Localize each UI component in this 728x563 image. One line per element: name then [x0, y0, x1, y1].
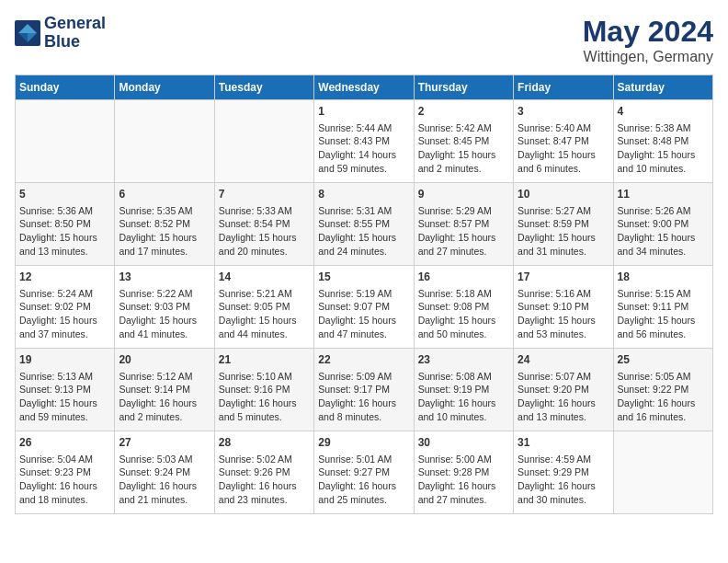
table-row: 11Sunrise: 5:26 AMSunset: 9:00 PMDayligh… [613, 183, 712, 266]
table-row [16, 100, 115, 183]
day-number: 6 [119, 187, 210, 202]
day-content: and 8 minutes. [318, 410, 409, 424]
day-content: and 6 minutes. [518, 162, 609, 176]
day-content: and 24 minutes. [318, 245, 409, 259]
day-content: Daylight: 14 hours [318, 148, 409, 162]
table-row: 1Sunrise: 5:44 AMSunset: 8:43 PMDaylight… [314, 100, 414, 183]
day-content: and 31 minutes. [518, 245, 609, 259]
day-content: and 50 minutes. [418, 327, 509, 341]
day-content: and 59 minutes. [318, 162, 409, 176]
day-content: Sunset: 8:47 PM [518, 134, 609, 148]
table-row: 7Sunrise: 5:33 AMSunset: 8:54 PMDaylight… [214, 183, 313, 266]
day-number: 26 [19, 435, 110, 451]
table-row: 6Sunrise: 5:35 AMSunset: 8:52 PMDaylight… [115, 183, 214, 266]
day-content: Sunrise: 5:33 AM [219, 204, 310, 218]
day-content: Sunrise: 5:21 AM [219, 287, 310, 301]
day-content: and 41 minutes. [119, 327, 210, 341]
calendar-subtitle: Wittingen, Germany [583, 49, 713, 65]
day-header-row: Sunday Monday Tuesday Wednesday Thursday… [16, 75, 713, 100]
table-row: 25Sunrise: 5:05 AMSunset: 9:22 PMDayligh… [613, 349, 712, 431]
day-number: 11 [618, 187, 709, 202]
table-row: 16Sunrise: 5:18 AMSunset: 9:08 PMDayligh… [414, 266, 513, 349]
day-content: Daylight: 15 hours [618, 231, 709, 245]
day-content: Sunset: 9:29 PM [518, 465, 609, 479]
day-number: 12 [19, 270, 110, 285]
day-number: 18 [618, 270, 709, 285]
day-content: and 34 minutes. [618, 245, 709, 259]
day-content: Sunset: 8:54 PM [219, 217, 310, 231]
day-content: Daylight: 15 hours [219, 231, 310, 245]
day-content: Daylight: 15 hours [418, 148, 509, 162]
day-content: Sunset: 9:02 PM [19, 300, 110, 314]
day-content: Sunset: 9:07 PM [318, 300, 409, 314]
table-row: 10Sunrise: 5:27 AMSunset: 8:59 PMDayligh… [514, 183, 613, 266]
table-row: 19Sunrise: 5:13 AMSunset: 9:13 PMDayligh… [16, 349, 115, 431]
header-sunday: Sunday [16, 75, 115, 100]
day-number: 9 [418, 187, 509, 202]
page-header: General Blue May 2024 Wittingen, Germany [15, 15, 713, 65]
day-content: Sunset: 9:03 PM [119, 300, 210, 314]
table-row: 21Sunrise: 5:10 AMSunset: 9:16 PMDayligh… [214, 349, 313, 431]
day-content: and 44 minutes. [219, 327, 310, 341]
calendar-week-row: 1Sunrise: 5:44 AMSunset: 8:43 PMDaylight… [16, 100, 713, 183]
day-content: Daylight: 15 hours [19, 231, 110, 245]
day-number: 14 [219, 270, 310, 285]
day-content: and 25 minutes. [318, 493, 409, 507]
title-block: May 2024 Wittingen, Germany [583, 15, 713, 65]
day-content: and 47 minutes. [318, 327, 409, 341]
day-number: 5 [19, 187, 110, 202]
day-content: Sunrise: 5:18 AM [418, 287, 509, 301]
day-number: 30 [418, 435, 509, 451]
table-row: 4Sunrise: 5:38 AMSunset: 8:48 PMDaylight… [613, 100, 712, 183]
day-content: Daylight: 15 hours [318, 314, 409, 327]
day-content: Sunrise: 5:03 AM [119, 453, 210, 466]
calendar-week-row: 19Sunrise: 5:13 AMSunset: 9:13 PMDayligh… [16, 349, 713, 431]
table-row: 14Sunrise: 5:21 AMSunset: 9:05 PMDayligh… [214, 266, 313, 349]
day-content: Sunset: 9:19 PM [418, 383, 509, 396]
day-content: Sunrise: 5:38 AM [618, 121, 709, 135]
day-content: Sunset: 8:55 PM [318, 217, 409, 231]
day-content: Daylight: 15 hours [119, 231, 210, 245]
day-content: Sunset: 9:20 PM [518, 383, 609, 396]
table-row: 15Sunrise: 5:19 AMSunset: 9:07 PMDayligh… [314, 266, 414, 349]
day-number: 25 [618, 352, 709, 368]
calendar-title: May 2024 [583, 15, 713, 49]
day-content: and 30 minutes. [518, 493, 609, 507]
day-content: Daylight: 15 hours [19, 314, 110, 327]
day-number: 24 [518, 352, 609, 368]
day-content: Daylight: 15 hours [19, 396, 110, 410]
table-row: 26Sunrise: 5:04 AMSunset: 9:23 PMDayligh… [16, 431, 115, 514]
day-content: and 10 minutes. [618, 162, 709, 176]
table-row: 30Sunrise: 5:00 AMSunset: 9:28 PMDayligh… [414, 431, 513, 514]
day-content: Sunrise: 5:35 AM [119, 204, 210, 218]
day-content: and 2 minutes. [119, 410, 210, 424]
day-content: and 13 minutes. [518, 410, 609, 424]
day-content: and 2 minutes. [418, 162, 509, 176]
day-content: and 27 minutes. [418, 245, 509, 259]
day-content: Sunset: 9:05 PM [219, 300, 310, 314]
day-content: Daylight: 15 hours [119, 314, 210, 327]
day-content: Daylight: 16 hours [518, 479, 609, 493]
day-number: 27 [119, 435, 210, 451]
day-content: Sunset: 9:27 PM [318, 465, 409, 479]
day-number: 17 [518, 270, 609, 285]
day-content: Sunrise: 5:16 AM [518, 287, 609, 301]
day-content: Sunrise: 5:26 AM [618, 204, 709, 218]
day-content: Sunrise: 5:36 AM [19, 204, 110, 218]
day-content: Sunrise: 5:31 AM [318, 204, 409, 218]
day-content: Sunset: 9:08 PM [418, 300, 509, 314]
calendar-week-row: 26Sunrise: 5:04 AMSunset: 9:23 PMDayligh… [16, 431, 713, 514]
day-content: Sunrise: 5:44 AM [318, 121, 409, 135]
day-content: Daylight: 15 hours [518, 231, 609, 245]
day-number: 22 [318, 352, 409, 368]
day-content: and 53 minutes. [518, 327, 609, 341]
day-number: 1 [318, 104, 409, 120]
day-content: Sunrise: 5:08 AM [418, 370, 509, 384]
day-content: Sunset: 9:14 PM [119, 383, 210, 396]
day-content: Daylight: 16 hours [418, 479, 509, 493]
day-content: Daylight: 16 hours [219, 396, 310, 410]
table-row [115, 100, 214, 183]
table-row: 27Sunrise: 5:03 AMSunset: 9:24 PMDayligh… [115, 431, 214, 514]
day-content: and 27 minutes. [418, 493, 509, 507]
day-content: Daylight: 16 hours [219, 479, 310, 493]
